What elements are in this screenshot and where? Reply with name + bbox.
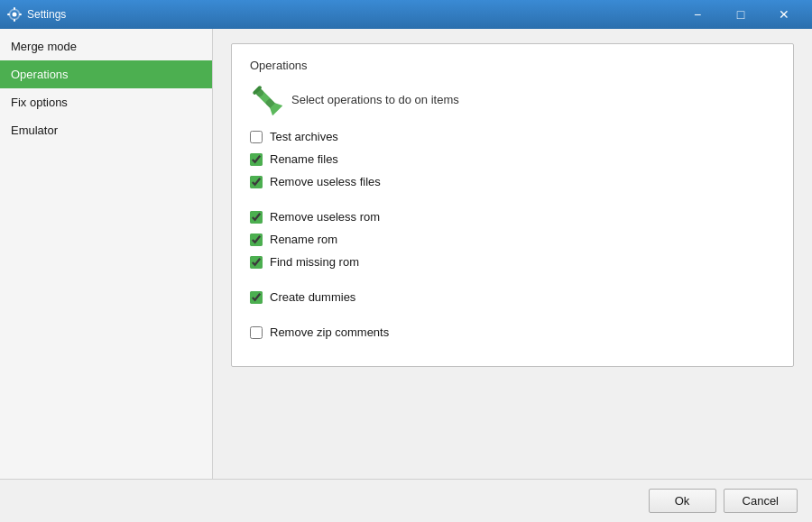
divider-3	[250, 316, 775, 325]
content-area: Operations Select operations to do on it…	[213, 29, 812, 479]
test-archives-checkbox[interactable]	[250, 131, 263, 143]
checkbox-rename-files[interactable]: Rename files	[250, 152, 775, 166]
sidebar: Merge mode Operations Fix options Emulat…	[0, 29, 213, 479]
checkbox-group-dummies: Create dummies	[250, 290, 775, 304]
rename-rom-checkbox[interactable]	[250, 234, 263, 246]
remove-useless-rom-checkbox[interactable]	[250, 211, 263, 224]
maximize-button[interactable]: □	[720, 0, 761, 29]
svg-rect-2	[14, 19, 15, 22]
cancel-button[interactable]: Cancel	[724, 489, 798, 513]
checkbox-find-missing-rom[interactable]: Find missing rom	[250, 255, 775, 269]
create-dummies-checkbox[interactable]	[250, 291, 263, 304]
checkbox-create-dummies[interactable]: Create dummies	[250, 290, 775, 304]
section-description: Select operations to do on items	[291, 93, 459, 106]
window-title: Settings	[27, 8, 677, 21]
sidebar-item-fix-options[interactable]: Fix options	[0, 88, 212, 116]
svg-rect-1	[14, 7, 15, 10]
checkbox-group-rom: Remove useless rom Rename rom Find missi…	[250, 210, 775, 269]
close-button[interactable]: ✕	[763, 0, 805, 29]
footer: Ok Cancel	[0, 479, 812, 522]
main-content: Merge mode Operations Fix options Emulat…	[0, 29, 812, 479]
sidebar-item-merge-mode[interactable]: Merge mode	[0, 32, 212, 60]
svg-rect-3	[7, 14, 10, 15]
checkbox-group-zip: Remove zip comments	[250, 325, 775, 339]
checkbox-remove-useless-files[interactable]: Remove useless files	[250, 175, 775, 188]
window-controls: − □ ✕	[677, 0, 805, 29]
ok-button[interactable]: Ok	[649, 489, 716, 513]
section-title: Operations	[250, 59, 775, 72]
sidebar-item-emulator[interactable]: Emulator	[0, 116, 212, 144]
operations-section: Operations Select operations to do on it…	[231, 43, 794, 367]
wrench-icon	[250, 83, 282, 115]
divider-1	[250, 201, 775, 210]
rename-files-checkbox[interactable]	[250, 153, 263, 166]
app-icon	[7, 7, 22, 22]
checkbox-rename-rom[interactable]: Rename rom	[250, 233, 775, 246]
checkbox-test-archives[interactable]: Test archives	[250, 130, 775, 143]
checkbox-group-files: Test archives Rename files Remove useles…	[250, 130, 775, 188]
remove-zip-comments-checkbox[interactable]	[250, 326, 263, 339]
title-bar: Settings − □ ✕	[0, 0, 812, 29]
remove-useless-files-checkbox[interactable]	[250, 176, 263, 188]
svg-rect-4	[19, 14, 22, 15]
checkbox-remove-zip-comments[interactable]: Remove zip comments	[250, 325, 775, 339]
minimize-button[interactable]: −	[677, 0, 718, 29]
checkbox-remove-useless-rom[interactable]: Remove useless rom	[250, 210, 775, 224]
svg-point-0	[13, 13, 17, 17]
section-header: Select operations to do on items	[250, 83, 775, 115]
find-missing-rom-checkbox[interactable]	[250, 256, 263, 269]
divider-2	[250, 281, 775, 290]
sidebar-item-operations[interactable]: Operations	[0, 60, 212, 88]
